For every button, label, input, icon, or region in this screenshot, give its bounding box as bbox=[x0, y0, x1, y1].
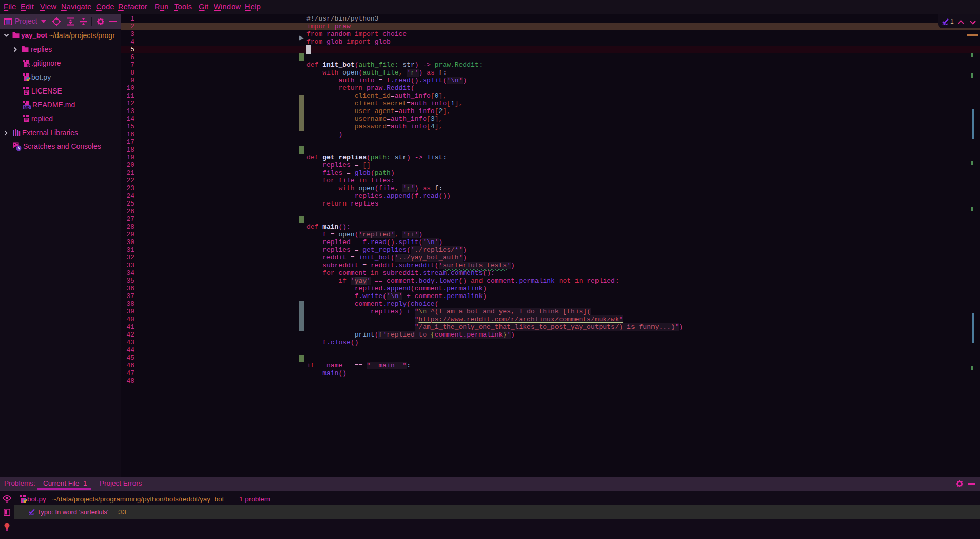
svg-text:MD: MD bbox=[24, 106, 30, 109]
